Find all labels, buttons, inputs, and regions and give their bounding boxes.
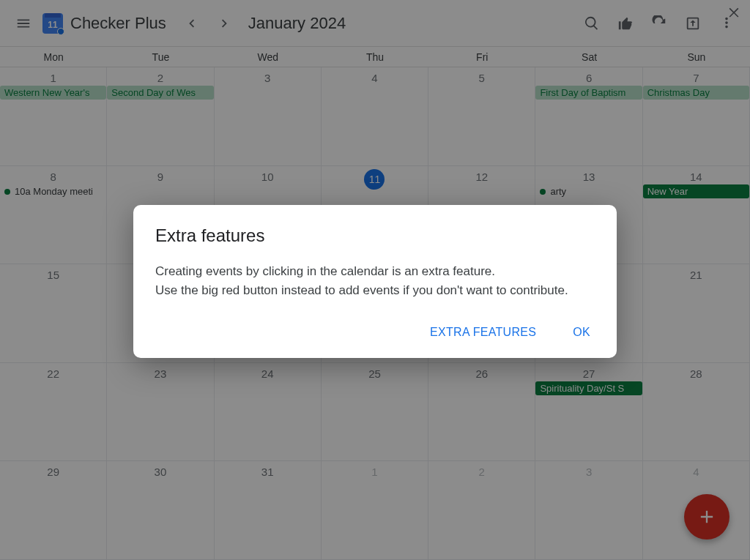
- dialog-line-1: Creating events by clicking in the calen…: [155, 262, 595, 281]
- dialog-body: Creating events by clicking in the calen…: [155, 262, 595, 301]
- ok-button[interactable]: OK: [568, 320, 595, 345]
- dialog-line-2: Use the big red button instead to add ev…: [155, 281, 595, 300]
- app-root: 11 Checker Plus January 2024 MonTueWedTh…: [0, 0, 750, 560]
- extra-features-button[interactable]: EXTRA FEATURES: [426, 320, 541, 345]
- dialog-title: Extra features: [155, 225, 595, 246]
- dialog-actions: EXTRA FEATURES OK: [155, 320, 595, 345]
- extra-features-dialog: Extra features Creating events by clicki…: [133, 205, 617, 358]
